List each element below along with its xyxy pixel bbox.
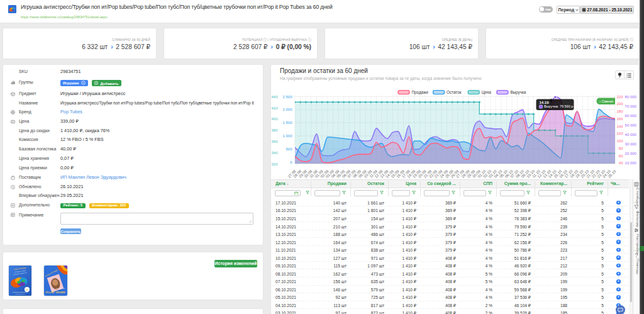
svg-text:140: 140 — [616, 125, 623, 128]
svg-text:420: 420 — [271, 106, 278, 110]
svg-text:100: 100 — [25, 289, 28, 291]
svg-text:80: 80 — [619, 147, 623, 150]
svg-text:400: 400 — [271, 117, 278, 121]
svg-text:70 000: 70 000 — [625, 104, 637, 108]
svg-text:500: 500 — [286, 147, 292, 151]
svg-text:ОТ 3-х ЛЕТ · 100% КАЙФ: ОТ 3-х ЛЕТ · 100% КАЙФ — [45, 291, 65, 294]
svg-text:20 000: 20 000 — [625, 152, 637, 155]
svg-text:www.poptubes.ru: www.poptubes.ru — [15, 293, 25, 294]
svg-text:Остаток: Остаток — [447, 90, 462, 94]
svg-text:звук и веселье: звук и веселье — [56, 288, 66, 289]
svg-text:14.10: 14.10 — [540, 101, 550, 104]
svg-text:60: 60 — [619, 154, 623, 158]
svg-text:340: 340 — [271, 151, 278, 155]
svg-text:40 000: 40 000 — [625, 133, 637, 137]
svg-text:60 000: 60 000 — [625, 114, 637, 118]
svg-text:Цена: Цена — [482, 90, 492, 95]
svg-text:220: 220 — [616, 95, 623, 99]
svg-text:360: 360 — [271, 140, 278, 143]
svg-text:40: 40 — [619, 161, 623, 165]
svg-text:180: 180 — [616, 109, 623, 113]
svg-text:Выручка: Выручка — [510, 90, 526, 95]
svg-text:2 000: 2 000 — [282, 108, 292, 111]
svg-text:440: 440 — [271, 95, 278, 99]
svg-text:2 500: 2 500 — [282, 95, 292, 99]
svg-text:100: 100 — [616, 139, 623, 143]
svg-text:‹ Смени: ‹ Смени — [599, 99, 613, 103]
svg-text:Выручка: 79 590 р: Выручка: 79 590 р — [544, 104, 573, 108]
svg-text:120: 120 — [616, 132, 623, 135]
svg-text:200: 200 — [616, 102, 623, 106]
svg-text:Продажи: Продажи — [412, 90, 429, 95]
svg-text:320: 320 — [271, 162, 278, 166]
svg-text:50 000: 50 000 — [625, 123, 637, 127]
svg-text:80 000: 80 000 — [625, 95, 637, 99]
svg-text:0: 0 — [290, 160, 292, 164]
svg-text:380: 380 — [271, 128, 278, 132]
svg-text:10 000: 10 000 — [625, 161, 637, 165]
svg-text:1 000: 1 000 — [282, 134, 292, 138]
svg-text:160: 160 — [616, 117, 623, 121]
svg-text:30 000: 30 000 — [625, 142, 637, 146]
svg-text:1 500: 1 500 — [282, 121, 292, 125]
